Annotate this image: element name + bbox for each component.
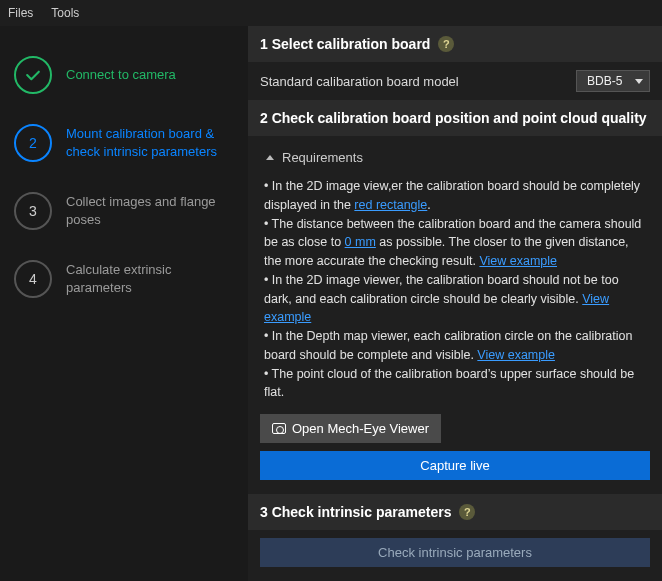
section2-title: 2 Check calibration board position and p…	[260, 110, 647, 126]
step-number-icon: 2	[14, 124, 52, 162]
step-label: Mount calibration board & check intrinsi…	[66, 125, 234, 160]
requirement-item: • The point cloud of the calibration boa…	[264, 365, 646, 403]
check-icon	[14, 56, 52, 94]
requirements-label: Requirements	[282, 150, 363, 165]
help-icon[interactable]: ?	[459, 504, 475, 520]
sidebar-step-collect[interactable]: 3 Collect images and flange poses	[14, 192, 234, 230]
view-example-link[interactable]: View example	[477, 348, 555, 362]
board-model-value: BDB-5	[587, 74, 622, 88]
open-mecheye-button[interactable]: Open Mech-Eye Viewer	[260, 414, 441, 443]
section2-header: 2 Check calibration board position and p…	[248, 100, 662, 136]
requirements-list: • In the 2D image view,er the calibratio…	[260, 171, 650, 410]
sidebar: Connect to camera 2 Mount calibration bo…	[0, 26, 248, 581]
help-icon[interactable]: ?	[438, 36, 454, 52]
requirement-item: • The distance between the calibration b…	[264, 215, 646, 271]
step-number-icon: 3	[14, 192, 52, 230]
check-intrinsic-button[interactable]: Check intrinsic parameters	[260, 538, 650, 567]
section3-title: 3 Check intrinsic parameters	[260, 504, 451, 520]
main-panel: 1 Select calibration board ? Standard ca…	[248, 26, 662, 581]
board-model-row: Standard calibaration board model BDB-5	[248, 62, 662, 100]
distance-link[interactable]: 0 mm	[345, 235, 376, 249]
requirements-toggle[interactable]: Requirements	[260, 144, 650, 171]
requirement-item: • In the 2D image view,er the calibratio…	[264, 177, 646, 215]
capture-live-button[interactable]: Capture live	[260, 451, 650, 480]
section1-title: 1 Select calibration board	[260, 36, 430, 52]
requirement-item: • In the Depth map viewer, each calibrat…	[264, 327, 646, 365]
menubar: Files Tools	[0, 0, 662, 26]
step-label: Collect images and flange poses	[66, 193, 234, 228]
step-number-icon: 4	[14, 260, 52, 298]
chevron-down-icon	[635, 79, 643, 84]
step-label: Connect to camera	[66, 66, 176, 84]
section1-header: 1 Select calibration board ?	[248, 26, 662, 62]
sidebar-step-calculate[interactable]: 4 Calculate extrinsic parameters	[14, 260, 234, 298]
view-example-link[interactable]: View example	[479, 254, 557, 268]
step-label: Calculate extrinsic parameters	[66, 261, 234, 296]
red-rectangle-link[interactable]: red rectangle	[354, 198, 427, 212]
camera-icon	[272, 423, 286, 434]
sidebar-step-connect[interactable]: Connect to camera	[14, 56, 234, 94]
requirement-item: • In the 2D image viewer, the calibratio…	[264, 271, 646, 327]
sidebar-step-mount[interactable]: 2 Mount calibration board & check intrin…	[14, 124, 234, 162]
board-model-label: Standard calibaration board model	[260, 74, 459, 89]
section3-header: 3 Check intrinsic parameters ?	[248, 494, 662, 530]
menu-files[interactable]: Files	[8, 6, 33, 20]
menu-tools[interactable]: Tools	[51, 6, 79, 20]
chevron-up-icon	[266, 155, 274, 160]
board-model-select[interactable]: BDB-5	[576, 70, 650, 92]
